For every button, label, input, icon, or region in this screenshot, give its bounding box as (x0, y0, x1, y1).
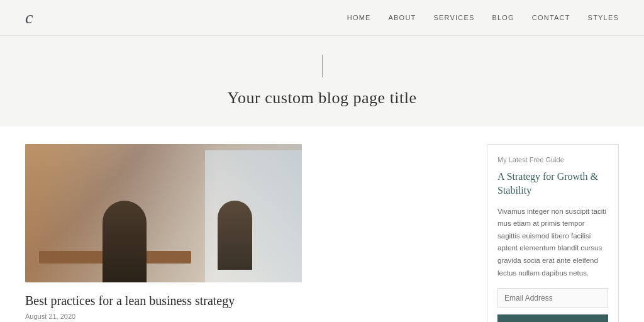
person-silhouette-2 (218, 201, 252, 270)
page-title: Your custom blog page title (25, 89, 619, 108)
hero-section: Your custom blog page title (0, 36, 644, 126)
hero-divider (322, 55, 323, 77)
blog-post-title[interactable]: Best practices for a lean business strat… (25, 292, 464, 309)
main-nav: HOME ABOUT SERVICES BLOG CONTACT STYLES (347, 14, 619, 21)
nav-about[interactable]: ABOUT (389, 14, 416, 21)
guide-title: A Strategy for Growth & Stability (497, 170, 608, 198)
site-header: c HOME ABOUT SERVICES BLOG CONTACT STYLE… (0, 0, 644, 36)
blog-section: Best practices for a lean business strat… (25, 144, 464, 322)
guide-box: My Latest Free Guide A Strategy for Grow… (487, 144, 619, 322)
sidebar: My Latest Free Guide A Strategy for Grow… (487, 144, 619, 322)
nav-home[interactable]: HOME (347, 14, 371, 21)
guide-label: My Latest Free Guide (497, 156, 608, 164)
nav-services[interactable]: SERVICES (433, 14, 474, 21)
person-silhouette-1 (103, 201, 147, 282)
blog-image-inner (25, 144, 302, 282)
main-content: Best practices for a lean business strat… (0, 126, 644, 322)
signup-button[interactable]: SIGN ME UP (497, 314, 608, 322)
nav-contact[interactable]: CONTACT (532, 14, 570, 21)
blog-featured-image (25, 144, 302, 282)
nav-styles[interactable]: STYLES (588, 14, 619, 21)
blog-post-date: August 21, 2020 (25, 313, 464, 320)
email-field[interactable] (497, 288, 608, 308)
site-logo[interactable]: c (25, 8, 33, 28)
nav-blog[interactable]: BLOG (492, 14, 514, 21)
guide-text: Vivamus integer non suscipit taciti mus … (497, 206, 608, 279)
